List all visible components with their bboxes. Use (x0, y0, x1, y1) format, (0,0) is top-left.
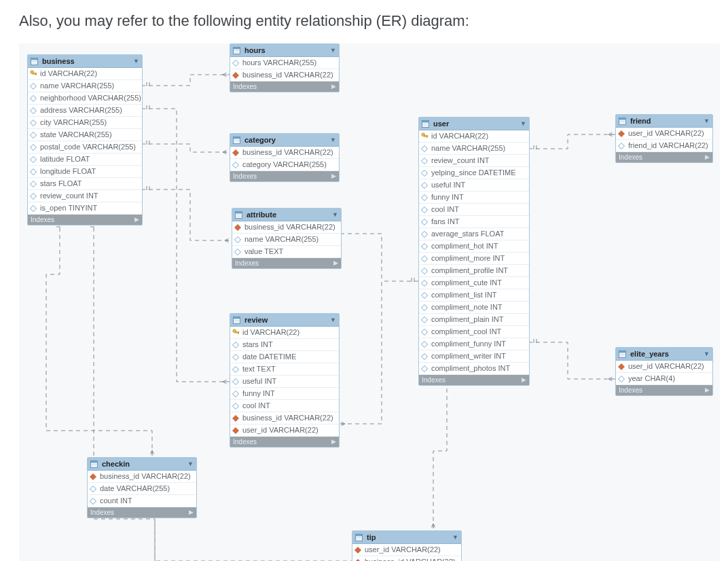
entity-elite-years[interactable]: elite_years▼user_id VARCHAR(22)year CHAR… (615, 347, 713, 396)
entity-column[interactable]: review_count INT (28, 190, 142, 202)
chevron-down-icon[interactable]: ▼ (330, 134, 336, 146)
entity-column[interactable]: business_id VARCHAR(22) (232, 221, 341, 234)
chevron-down-icon[interactable]: ▼ (452, 531, 458, 543)
entity-column[interactable]: compliment_writer INT (419, 350, 529, 363)
entity-column[interactable]: id VARCHAR(22) (28, 68, 142, 80)
chevron-down-icon[interactable]: ▼ (332, 209, 338, 221)
indexes-footer[interactable]: Indexes▶ (232, 258, 341, 268)
entity-column[interactable]: useful INT (230, 376, 339, 388)
entity-review[interactable]: review▼id VARCHAR(22)stars INTdate DATET… (230, 313, 340, 448)
entity-header[interactable]: category▼ (230, 134, 339, 147)
entity-business[interactable]: business▼id VARCHAR(22)name VARCHAR(255)… (27, 54, 143, 225)
entity-column[interactable]: business_id VARCHAR(22) (352, 556, 461, 561)
entity-column[interactable]: funny INT (419, 192, 529, 204)
entity-column[interactable]: business_id VARCHAR(22) (88, 471, 196, 483)
entity-column[interactable]: user_id VARCHAR(22) (352, 544, 461, 556)
entity-header[interactable]: tip▼ (352, 531, 461, 544)
entity-column[interactable]: fans INT (419, 216, 529, 228)
entity-column[interactable]: name VARCHAR(255) (232, 234, 341, 246)
entity-column[interactable]: compliment_funny INT (419, 338, 529, 350)
entity-column[interactable]: compliment_profile INT (419, 265, 529, 277)
entity-column[interactable]: latitude FLOAT (28, 153, 142, 166)
entity-column[interactable]: business_id VARCHAR(22) (230, 147, 339, 159)
entity-column[interactable]: compliment_hot INT (419, 240, 529, 253)
entity-column[interactable]: state VARCHAR(255) (28, 129, 142, 141)
entity-attribute[interactable]: attribute▼business_id VARCHAR(22)name VA… (232, 208, 342, 269)
entity-user[interactable]: user▼id VARCHAR(22)name VARCHAR(255)revi… (418, 117, 530, 386)
entity-column[interactable]: compliment_note INT (419, 302, 529, 314)
entity-column[interactable]: compliment_cool INT (419, 326, 529, 338)
entity-column[interactable]: count INT (88, 495, 196, 507)
indexes-footer[interactable]: Indexes▶ (230, 82, 339, 92)
indexes-footer[interactable]: Indexes▶ (88, 507, 196, 518)
chevron-down-icon[interactable]: ▼ (133, 55, 139, 67)
entity-column[interactable]: compliment_cute INT (419, 277, 529, 289)
chevron-right-icon[interactable]: ▶ (134, 215, 139, 225)
chevron-down-icon[interactable]: ▼ (330, 44, 336, 56)
entity-column[interactable]: text TEXT (230, 363, 339, 376)
chevron-down-icon[interactable]: ▼ (704, 115, 710, 127)
indexes-footer[interactable]: Indexes▶ (230, 171, 339, 181)
entity-column[interactable]: compliment_photos INT (419, 363, 529, 375)
entity-column[interactable]: city VARCHAR(255) (28, 117, 142, 129)
entity-column[interactable]: name VARCHAR(255) (28, 80, 142, 92)
entity-column[interactable]: yelping_since DATETIME (419, 167, 529, 179)
entity-column[interactable]: user_id VARCHAR(22) (230, 424, 339, 437)
indexes-footer[interactable]: Indexes▶ (230, 437, 339, 447)
entity-column[interactable]: stars INT (230, 339, 339, 351)
chevron-right-icon[interactable]: ▶ (333, 258, 338, 268)
entity-header[interactable]: checkin▼ (88, 458, 196, 471)
entity-column[interactable]: date DATETIME (230, 351, 339, 363)
entity-column[interactable]: hours VARCHAR(255) (230, 57, 339, 69)
entity-column[interactable]: funny INT (230, 388, 339, 400)
chevron-right-icon[interactable]: ▶ (331, 437, 336, 447)
entity-checkin[interactable]: checkin▼business_id VARCHAR(22)date VARC… (87, 457, 197, 518)
entity-column[interactable]: user_id VARCHAR(22) (616, 128, 712, 140)
indexes-footer[interactable]: Indexes▶ (616, 152, 712, 162)
chevron-right-icon[interactable]: ▶ (705, 152, 710, 162)
entity-category[interactable]: category▼business_id VARCHAR(22)category… (230, 133, 340, 182)
entity-column[interactable]: average_stars FLOAT (419, 228, 529, 240)
entity-header[interactable]: review▼ (230, 314, 339, 327)
chevron-right-icon[interactable]: ▶ (331, 82, 336, 92)
chevron-down-icon[interactable]: ▼ (330, 314, 336, 326)
entity-column[interactable]: id VARCHAR(22) (419, 130, 529, 143)
chevron-down-icon[interactable]: ▼ (704, 348, 710, 360)
entity-column[interactable]: cool INT (230, 400, 339, 412)
entity-header[interactable]: user▼ (419, 117, 529, 130)
entity-column[interactable]: address VARCHAR(255) (28, 105, 142, 117)
entity-column[interactable]: compliment_list INT (419, 289, 529, 302)
entity-column[interactable]: id VARCHAR(22) (230, 327, 339, 339)
entity-column[interactable]: business_id VARCHAR(22) (230, 69, 339, 82)
entity-header[interactable]: friend▼ (616, 115, 712, 128)
entity-column[interactable]: is_open TINYINT (28, 202, 142, 215)
entity-header[interactable]: business▼ (28, 55, 142, 68)
entity-column[interactable]: year CHAR(4) (616, 373, 712, 385)
entity-column[interactable]: business_id VARCHAR(22) (230, 412, 339, 424)
entity-column[interactable]: friend_id VARCHAR(22) (616, 140, 712, 152)
entity-column[interactable]: category VARCHAR(255) (230, 159, 339, 171)
chevron-right-icon[interactable]: ▶ (189, 507, 194, 518)
entity-column[interactable]: user_id VARCHAR(22) (616, 361, 712, 373)
chevron-right-icon[interactable]: ▶ (705, 385, 710, 395)
entity-column[interactable]: longitude FLOAT (28, 166, 142, 178)
entity-hours[interactable]: hours▼hours VARCHAR(255)business_id VARC… (230, 43, 340, 92)
chevron-right-icon[interactable]: ▶ (522, 375, 526, 385)
entity-column[interactable]: review_count INT (419, 155, 529, 167)
entity-header[interactable]: elite_years▼ (616, 348, 712, 361)
entity-column[interactable]: neighborhood VARCHAR(255) (28, 92, 142, 105)
chevron-right-icon[interactable]: ▶ (331, 171, 336, 181)
chevron-down-icon[interactable]: ▼ (520, 117, 526, 130)
indexes-footer[interactable]: Indexes▶ (616, 385, 712, 395)
entity-header[interactable]: attribute▼ (232, 209, 341, 221)
entity-tip[interactable]: tip▼user_id VARCHAR(22)business_id VARCH… (352, 530, 462, 561)
entity-column[interactable]: cool INT (419, 204, 529, 216)
entity-column[interactable]: compliment_more INT (419, 253, 529, 265)
entity-header[interactable]: hours▼ (230, 44, 339, 57)
chevron-down-icon[interactable]: ▼ (187, 458, 194, 470)
entity-column[interactable]: date VARCHAR(255) (88, 483, 196, 495)
entity-column[interactable]: value TEXT (232, 246, 341, 258)
entity-column[interactable]: useful INT (419, 179, 529, 192)
entity-column[interactable]: stars FLOAT (28, 178, 142, 190)
indexes-footer[interactable]: Indexes▶ (419, 375, 529, 385)
